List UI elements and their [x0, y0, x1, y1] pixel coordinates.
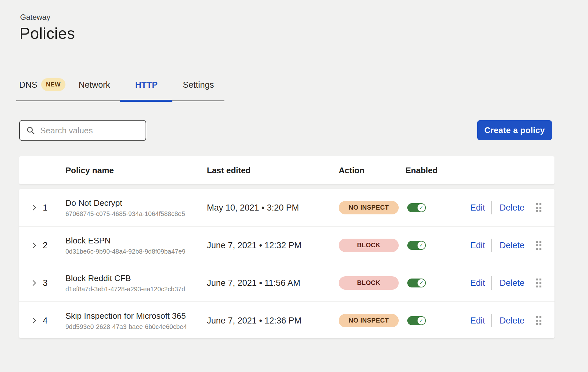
policy-name-cell: Block ESPN 0d31be6c-9b90-48a4-92b8-9d8f0…: [65, 235, 185, 255]
search-icon: [26, 126, 35, 135]
expand-chevron-icon[interactable]: [30, 316, 39, 325]
tab-bar: DNS NEW Network HTTP Settings: [16, 78, 224, 101]
expand-chevron-icon[interactable]: [30, 241, 39, 250]
check-icon: ✓: [419, 205, 423, 210]
action-divider: [491, 239, 492, 252]
tab-settings-label: Settings: [183, 80, 214, 90]
row-number: 2: [43, 240, 48, 250]
last-edited-value: June 7, 2021 • 12:32 PM: [207, 240, 301, 250]
expand-chevron-icon[interactable]: [30, 279, 39, 287]
action-divider: [491, 201, 492, 214]
tab-dns[interactable]: DNS NEW: [16, 78, 68, 100]
action-badge: NO INSPECT: [339, 201, 399, 214]
edit-link[interactable]: Edit: [470, 316, 485, 325]
tab-settings[interactable]: Settings: [172, 78, 224, 100]
action-divider: [491, 276, 492, 290]
table-row: 1 Do Not Decrypt 67068745-c075-4685-934a…: [19, 189, 554, 226]
row-number: 4: [43, 316, 48, 325]
delete-link[interactable]: Delete: [500, 203, 524, 212]
table-row: 3 Block Reddit CFB d1ef8a7d-3eb1-4728-a2…: [19, 264, 554, 301]
column-header-action: Action: [339, 166, 365, 175]
action-badge: BLOCK: [339, 276, 399, 290]
tab-http[interactable]: HTTP: [120, 78, 172, 100]
last-edited-value: June 7, 2021 • 11:56 AM: [207, 278, 300, 288]
policy-id: d1ef8a7d-3eb1-4728-a293-ea120c2cb37d: [65, 285, 185, 293]
action-badge: BLOCK: [339, 239, 399, 252]
row-number: 1: [43, 203, 48, 212]
policy-name: Do Not Decrypt: [65, 198, 185, 208]
delete-link[interactable]: Delete: [500, 316, 524, 325]
delete-link[interactable]: Delete: [500, 240, 524, 250]
last-edited-value: May 10, 2021 • 3:20 PM: [207, 203, 299, 212]
policy-name: Block ESPN: [65, 235, 185, 245]
drag-handle-icon[interactable]: [536, 279, 541, 287]
row-number: 3: [43, 278, 48, 288]
toggle-knob: ✓: [418, 279, 425, 287]
new-badge: NEW: [41, 78, 65, 91]
tab-network-label: Network: [79, 80, 110, 90]
create-policy-button[interactable]: Create a policy: [477, 120, 552, 140]
table-row: 4 Skip Inspection for Microsoft 365 9dd5…: [19, 301, 554, 339]
expand-chevron-icon[interactable]: [30, 203, 39, 212]
tab-network[interactable]: Network: [68, 78, 120, 100]
last-edited-value: June 7, 2021 • 12:36 PM: [207, 316, 301, 325]
policy-id: 0d31be6c-9b90-48a4-92b8-9d8f09ba47e9: [65, 248, 185, 255]
policy-name-cell: Do Not Decrypt 67068745-c075-4685-934a-1…: [65, 198, 185, 217]
column-header-policy-name: Policy name: [65, 166, 114, 175]
search-input[interactable]: [40, 125, 148, 136]
policy-name-cell: Block Reddit CFB d1ef8a7d-3eb1-4728-a293…: [65, 273, 185, 293]
policy-name-cell: Skip Inspection for Microsoft 365 9dd593…: [65, 311, 187, 330]
toggle-knob: ✓: [418, 242, 425, 249]
drag-handle-icon[interactable]: [536, 203, 541, 212]
edit-link[interactable]: Edit: [470, 278, 485, 288]
check-icon: ✓: [419, 318, 423, 323]
search-box: [19, 120, 146, 141]
enabled-toggle[interactable]: ✓: [407, 316, 426, 325]
policy-id: 67068745-c075-4685-934a-1064f588c8e5: [65, 210, 185, 217]
policy-name: Block Reddit CFB: [65, 273, 185, 283]
page-title: Policies: [19, 24, 75, 43]
policy-name: Skip Inspection for Microsoft 365: [65, 311, 187, 321]
enabled-toggle[interactable]: ✓: [407, 241, 426, 250]
drag-handle-icon[interactable]: [536, 316, 541, 325]
toggle-knob: ✓: [418, 317, 425, 324]
toggle-knob: ✓: [418, 204, 425, 212]
policy-table: 1 Do Not Decrypt 67068745-c075-4685-934a…: [19, 189, 554, 338]
tab-dns-label: DNS: [19, 80, 37, 90]
delete-link[interactable]: Delete: [500, 278, 524, 288]
action-badge: NO INSPECT: [339, 314, 399, 327]
tab-http-label: HTTP: [135, 80, 158, 90]
column-header-last-edited: Last edited: [207, 166, 251, 175]
action-divider: [491, 314, 492, 327]
enabled-toggle[interactable]: ✓: [407, 279, 426, 287]
table-header: Policy name Last edited Action Enabled: [19, 156, 554, 184]
drag-handle-icon[interactable]: [536, 241, 541, 250]
enabled-toggle[interactable]: ✓: [407, 203, 426, 212]
edit-link[interactable]: Edit: [470, 240, 485, 250]
column-header-enabled: Enabled: [405, 166, 438, 175]
check-icon: ✓: [419, 280, 423, 286]
edit-link[interactable]: Edit: [470, 203, 485, 212]
check-icon: ✓: [419, 243, 423, 248]
policy-id: 9dd593e0-2628-47a3-baee-6b0c4e60cbe4: [65, 323, 187, 330]
breadcrumb: Gateway: [20, 13, 50, 22]
table-row: 2 Block ESPN 0d31be6c-9b90-48a4-92b8-9d8…: [19, 226, 554, 264]
